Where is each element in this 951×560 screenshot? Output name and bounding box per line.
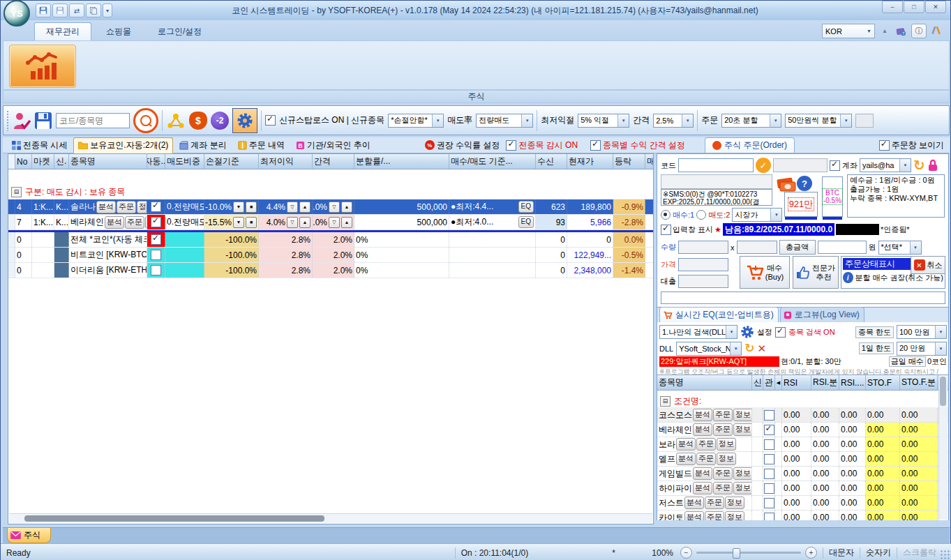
- collapse-icon[interactable]: ⊟: [11, 187, 22, 197]
- order-button[interactable]: 주문: [125, 216, 144, 229]
- show-order-toggle[interactable]: 주문창 보이기: [879, 139, 944, 151]
- save-icon[interactable]: [36, 3, 51, 17]
- wallet-help-icon[interactable]: ?: [894, 24, 908, 38]
- qat-more-icon[interactable]: ▾: [103, 3, 112, 17]
- watch-all-toggle[interactable]: 전종목 감시 ON: [506, 139, 578, 151]
- tools-icon[interactable]: [929, 24, 943, 38]
- analyze-button[interactable]: 분석: [693, 482, 712, 494]
- col-collapse-button[interactable]: ◀: [775, 375, 782, 390]
- order-button[interactable]: 주문: [713, 467, 733, 480]
- spin-down-icon[interactable]: ▼: [233, 202, 244, 213]
- watch-all-checkbox[interactable]: [506, 140, 516, 151]
- scrollbar-thumb[interactable]: [940, 377, 946, 406]
- spin-up-icon[interactable]: ▲: [299, 202, 310, 213]
- analyze-button[interactable]: 분석: [676, 438, 696, 451]
- info-button[interactable]: 정보: [725, 511, 744, 520]
- watch-checkbox[interactable]: [764, 498, 774, 508]
- auto-checkbox[interactable]: [151, 202, 161, 212]
- info-button[interactable]: 정보: [733, 423, 752, 436]
- copy-icon[interactable]: [86, 3, 101, 17]
- daily-limit-select[interactable]: 20 만원: [897, 342, 947, 356]
- order-button[interactable]: 주문: [713, 482, 733, 494]
- dll-select[interactable]: YSoft_Stock_N: [676, 342, 742, 356]
- minimize-button[interactable]: –: [882, 1, 903, 13]
- horizontal-scrollbar[interactable]: [9, 513, 652, 523]
- account-select[interactable]: yails@ha: [860, 158, 911, 172]
- money-icon[interactable]: [776, 174, 797, 194]
- table-row[interactable]: 0 전체 *코인*(자동 체크 권... -100.0% 2.8% 2.0% 0…: [8, 232, 653, 248]
- memo-input[interactable]: [661, 292, 945, 304]
- spin-stop-icon[interactable]: ■: [246, 217, 257, 228]
- scan-on-checkbox[interactable]: [775, 327, 786, 338]
- col-watch-gwan[interactable]: 관: [763, 375, 775, 390]
- order-button[interactable]: 주문: [705, 511, 724, 520]
- spin-down-icon[interactable]: ▽: [329, 217, 340, 228]
- minus2-icon[interactable]: -2: [211, 110, 229, 131]
- per-item-checkbox[interactable]: [590, 140, 601, 151]
- col-watch-name[interactable]: 종목명: [657, 375, 752, 390]
- code-input[interactable]: [678, 158, 754, 172]
- col-rsi[interactable]: RSI: [782, 375, 811, 390]
- min-profit-select[interactable]: 5% 익절: [578, 114, 629, 128]
- zoom-out-button[interactable]: −: [680, 547, 692, 559]
- order-panel-tab[interactable]: 주식 주문(Order): [705, 137, 795, 153]
- info-button[interactable]: 정보: [733, 467, 752, 480]
- price-input[interactable]: [678, 258, 728, 271]
- order-button[interactable]: 주문: [696, 453, 716, 465]
- sell-radio[interactable]: [696, 210, 706, 220]
- col-name[interactable]: 종목명: [69, 154, 147, 169]
- watch-checkbox[interactable]: [764, 483, 774, 494]
- tab-realtime-eq[interactable]: 실시간 EQ(코인-업비트용): [659, 307, 779, 322]
- refresh-icon[interactable]: ↻: [913, 157, 925, 174]
- spin-up-icon[interactable]: ▲: [341, 217, 352, 228]
- dll-close-icon[interactable]: ✕: [757, 342, 766, 355]
- auto-checkbox[interactable]: [151, 217, 161, 227]
- amount-input[interactable]: [818, 241, 867, 254]
- lock-icon[interactable]: [927, 159, 938, 172]
- resize-grip[interactable]: [941, 550, 950, 560]
- info-button[interactable]: 정보: [725, 497, 744, 509]
- code-search-input[interactable]: [56, 113, 130, 128]
- spin-up-icon[interactable]: ▲: [299, 217, 310, 228]
- analyze-button[interactable]: 분석: [693, 409, 712, 421]
- watch-row[interactable]: 카이토분석주문정보 0.00 0.00 0.00 0.00 0.00: [657, 510, 948, 520]
- tab-finance[interactable]: 재무관리: [34, 22, 91, 40]
- analyze-button[interactable]: 분석: [684, 511, 704, 520]
- reward-setting-button[interactable]: %권장 수익률 설정: [420, 137, 505, 153]
- eq-badge[interactable]: EQ: [518, 201, 534, 213]
- show-input-checkbox[interactable]: [661, 225, 671, 235]
- order-button[interactable]: 주문: [696, 438, 716, 451]
- analyze-button[interactable]: 분석: [693, 423, 712, 436]
- price-type-select[interactable]: 시장가: [732, 208, 782, 222]
- user-check-icon[interactable]: [13, 110, 31, 131]
- table-row[interactable]: 0 비트코인 [KRW-BTC] -100.0% 2.8% 2.0% 0% 0 …: [8, 248, 653, 263]
- language-select[interactable]: KOR▼: [822, 24, 875, 38]
- tab-institution[interactable]: B기관/외국인 추이: [291, 137, 375, 153]
- save-large-icon[interactable]: [34, 110, 52, 131]
- tab-login-settings[interactable]: 로그인/설정: [146, 22, 214, 40]
- limit-select[interactable]: 100 만원: [897, 325, 947, 339]
- col-basis[interactable]: 매수/매도 기준...: [449, 154, 536, 169]
- analyze-button[interactable]: 분석: [684, 497, 704, 509]
- col-no[interactable]: No: [15, 154, 32, 169]
- help-icon[interactable]: ?: [797, 176, 812, 191]
- gap-select[interactable]: 2.5%: [653, 114, 694, 128]
- table-row[interactable]: 0 이더리움 [KRW-ETH] -100.0% 2.8% 2.0% 0% 0 …: [8, 263, 653, 278]
- tab-order-history[interactable]: 주문 내역: [233, 137, 290, 153]
- info-button[interactable]: 정보: [137, 201, 147, 213]
- new-stoploss-checkbox[interactable]: [265, 115, 276, 126]
- analyze-button[interactable]: 분석: [693, 467, 712, 480]
- order-button[interactable]: 주문: [713, 409, 733, 421]
- tab-log-view[interactable]: 로그뷰(Log View): [780, 307, 864, 322]
- col-change[interactable]: 등락: [613, 154, 645, 169]
- watch-checkbox[interactable]: [764, 454, 774, 464]
- stoploss-select[interactable]: *손절안함*: [388, 114, 444, 128]
- tab-holdings[interactable]: 보유코인.자동:2개(2): [73, 137, 173, 153]
- dll-refresh-icon[interactable]: ↻: [744, 341, 754, 356]
- network-icon[interactable]: [166, 110, 186, 131]
- info-icon[interactable]: ⓘ: [911, 24, 927, 38]
- confirm-icon[interactable]: ✓: [756, 158, 771, 173]
- watch-row[interactable]: 베라체인분석주문정보 0.00 0.00 0.00 0.00 0.00: [657, 423, 948, 437]
- col-sin[interactable]: 신.: [54, 154, 69, 169]
- my-search-select[interactable]: 1.나만의 검색(DLL): [659, 325, 737, 339]
